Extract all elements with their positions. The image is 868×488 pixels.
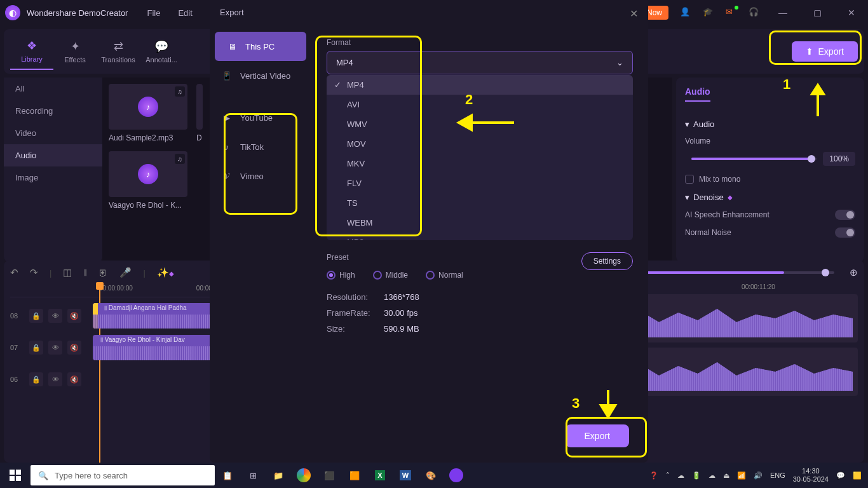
tab-annotations[interactable]: 💬Annotati... — [140, 33, 183, 70]
ai-speech-toggle[interactable] — [835, 210, 855, 220]
app-logo: ◐ — [5, 5, 20, 20]
help-icon[interactable]: ❓ — [649, 471, 658, 480]
export-confirm-button[interactable]: Export — [566, 424, 629, 447]
normal-noise-toggle[interactable] — [835, 227, 855, 238]
quality-radio-group: High Middle Normal — [327, 271, 633, 280]
quality-middle[interactable]: Middle — [373, 271, 408, 280]
taskbar-app[interactable]: 🟧 — [342, 463, 367, 488]
maximize-button[interactable]: ▢ — [806, 8, 829, 18]
panel-tab-audio[interactable]: Audio — [685, 86, 710, 102]
taskbar-app[interactable]: 📋 — [215, 463, 240, 488]
volume-slider[interactable] — [691, 158, 817, 160]
format-option-mov[interactable]: MOV — [327, 134, 633, 154]
export-nav-vimeo[interactable]: 𝓥Vimeo — [210, 161, 311, 191]
notification-icon[interactable]: 💬 — [836, 471, 845, 480]
wifi-icon[interactable]: 📶 — [737, 471, 746, 480]
taskbar-search[interactable]: 🔍Type here to search — [31, 465, 215, 485]
taskbar-app[interactable]: 🎨 — [418, 463, 444, 488]
tab-transitions[interactable]: ⇄Transitions — [97, 33, 140, 70]
headset-icon[interactable]: 🎧 — [749, 7, 760, 18]
eye-icon[interactable]: 👁 — [48, 309, 62, 323]
export-nav-vertical[interactable]: 📱Vertical Video — [210, 61, 311, 90]
format-option-mp4[interactable]: MP4 — [327, 75, 633, 95]
music-note-icon: ♪ — [138, 97, 158, 117]
cloud-icon[interactable]: ☁ — [677, 471, 684, 480]
language-indicator[interactable]: ENG — [770, 471, 785, 479]
taskbar-chrome[interactable] — [291, 463, 316, 488]
format-option-wmv[interactable]: WMV — [327, 114, 633, 134]
close-button[interactable]: ✕ — [840, 8, 863, 18]
taskbar-word[interactable]: W — [393, 463, 418, 488]
properties-panel: Audio ▾Audio Volume 100% Mix to mono ▾De… — [676, 78, 864, 262]
framerate-value: 30.00 fps — [384, 308, 418, 318]
grad-cap-icon[interactable]: 🎓 — [703, 7, 714, 18]
menu-edit[interactable]: Edit — [178, 8, 192, 18]
menu-file[interactable]: File — [147, 8, 160, 18]
mute-icon[interactable]: 🔇 — [67, 372, 81, 386]
audio-section-header[interactable]: ▾Audio — [685, 119, 855, 129]
volume-icon[interactable]: 🔊 — [754, 471, 763, 480]
zoom-in-icon[interactable]: ⊕ — [850, 267, 858, 278]
export-nav-youtube[interactable]: ▶YouTube — [210, 103, 311, 132]
account-icon[interactable]: 👤 — [680, 7, 691, 18]
start-button[interactable] — [0, 463, 31, 488]
sidebar-video[interactable]: Video — [4, 122, 102, 144]
taskbar-explorer[interactable]: 📁 — [266, 463, 291, 488]
chevron-up-icon[interactable]: ˄ — [666, 471, 670, 480]
redo-button[interactable]: ↷ — [30, 267, 38, 278]
taskbar-excel[interactable]: X — [367, 463, 393, 488]
mic-button[interactable]: 🎤 — [119, 267, 132, 278]
lock-icon[interactable]: 🔒 — [29, 309, 43, 323]
resolution-value: 868*488 — [384, 292, 419, 302]
crop-button[interactable]: ◫ — [63, 267, 72, 278]
split-button[interactable]: ⦀ — [83, 267, 87, 278]
denoise-section-header[interactable]: ▾Denoise◆ — [685, 193, 855, 202]
tray-app-icon[interactable]: 🟨 — [853, 471, 862, 480]
taskbar-democreator[interactable] — [444, 463, 469, 488]
taskbar-app[interactable]: ⬛ — [316, 463, 342, 488]
volume-value[interactable]: 100% — [823, 152, 855, 166]
media-item[interactable]: ♪♫ Vaagyo Re Dhol - K... — [109, 151, 187, 210]
diamond-icon: ◆ — [169, 270, 174, 277]
mix-to-mono-checkbox[interactable]: Mix to mono — [685, 175, 855, 184]
eye-icon[interactable]: 👁 — [48, 341, 62, 355]
onedrive-icon[interactable]: ☁ — [709, 471, 715, 480]
format-option-mkv[interactable]: MKV — [327, 154, 633, 173]
clock[interactable]: 14:30 30-05-2024 — [793, 467, 829, 484]
sidebar-all[interactable]: All — [4, 78, 102, 100]
format-option-mp3[interactable]: MP3 — [327, 233, 633, 240]
quality-normal[interactable]: Normal — [426, 271, 463, 280]
tab-library[interactable]: ❖Library — [10, 33, 53, 70]
shield-button[interactable]: ⛨ — [98, 268, 108, 278]
lock-icon[interactable]: 🔒 — [29, 341, 43, 355]
transitions-icon: ⇄ — [114, 39, 123, 53]
export-nav-tiktok[interactable]: ♪TikTok — [210, 132, 311, 161]
format-option-webm[interactable]: WEBM — [327, 213, 633, 233]
quality-high[interactable]: High — [327, 271, 355, 280]
format-select[interactable]: MP4⌄ — [327, 51, 633, 74]
minimize-button[interactable]: — — [771, 8, 794, 18]
eye-icon[interactable]: 👁 — [48, 372, 62, 386]
sidebar-image[interactable]: Image — [4, 166, 102, 189]
export-top-button[interactable]: ⬆Export — [792, 41, 858, 62]
export-nav-thispc[interactable]: 🖥This PC — [215, 32, 306, 61]
upload-icon: ⬆ — [806, 46, 813, 57]
mail-icon[interactable]: ✉ — [726, 7, 737, 18]
sidebar-audio[interactable]: Audio — [4, 144, 102, 166]
battery-icon[interactable]: 🔋 — [692, 471, 701, 480]
mute-icon[interactable]: 🔇 — [67, 341, 81, 355]
settings-button[interactable]: Settings — [581, 252, 633, 270]
media-item[interactable]: ♪♫ Audi Sample2.mp3 — [109, 84, 187, 142]
tab-effects[interactable]: ✦Effects — [53, 33, 97, 70]
sidebar-recording[interactable]: Recording — [4, 100, 102, 122]
format-option-flv[interactable]: FLV — [327, 173, 633, 193]
taskbar-app[interactable]: ⊞ — [240, 463, 266, 488]
mute-icon[interactable]: 🔇 — [67, 309, 81, 323]
undo-button[interactable]: ↶ — [10, 267, 18, 278]
format-option-ts[interactable]: TS — [327, 193, 633, 213]
effect-button[interactable]: ✨◆ — [157, 267, 174, 278]
media-item[interactable]: D — [196, 84, 203, 142]
usb-icon[interactable]: ⏏ — [723, 471, 729, 480]
format-option-avi[interactable]: AVI — [327, 95, 633, 114]
lock-icon[interactable]: 🔒 — [29, 372, 43, 386]
